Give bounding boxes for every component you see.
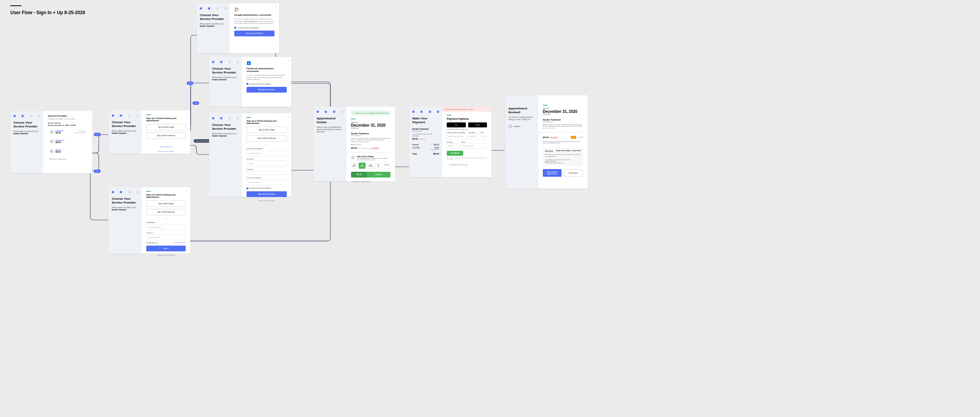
google-icon — [235, 8, 238, 11]
modify-link[interactable]: Modify your appointment — [48, 158, 88, 160]
screen-signin: 1234 Choose Your Service Provider Please… — [109, 187, 190, 254]
phone-input[interactable]: (555) 555-1234 — [461, 143, 487, 149]
avatar — [50, 149, 54, 153]
provider-row[interactable]: Paislee P.$54.00 Female, 343 years exper… — [48, 128, 88, 136]
signup-google-btn[interactable]: Sign Up With Google — [146, 124, 186, 130]
cc-input[interactable]: 1234 1234 1234 1234 — [447, 134, 467, 139]
password-input[interactable]: mypassword0123 — [247, 179, 287, 185]
close-icon[interactable]: × — [186, 113, 188, 115]
page-title-block: User Flow - Sign In + Up 8-25-2020 — [10, 5, 85, 15]
signup-email-link[interactable]: Sign Up With Email — [146, 146, 186, 148]
stepper: 1 2 3 4 — [13, 115, 40, 117]
badge-alt: 2:15 — [94, 169, 101, 173]
terms-checkbox[interactable]: I accept the terms and conditions. — [247, 187, 287, 189]
provider-row[interactable]: Rebecca T.$50.00 — [48, 138, 88, 145]
pay-btn[interactable]: Pay $58.00 — [447, 151, 463, 156]
lastname-input[interactable] — [247, 171, 287, 175]
badge-time: 2:15 — [94, 133, 101, 136]
close-icon[interactable]: × — [287, 59, 289, 62]
tip-custom[interactable]: Custom — [383, 163, 390, 169]
tip-15[interactable]: 15%$8.10 — [351, 163, 358, 169]
avatar — [50, 140, 54, 143]
close-icon[interactable]: × — [88, 113, 90, 116]
page-title: User Flow - Sign In + Up 8-25-2020 — [10, 10, 85, 15]
forgot-link[interactable]: Forgot Password? — [174, 242, 186, 244]
continue-btn[interactable]: Sign Up and Continue — [247, 87, 287, 93]
signup-continue-btn[interactable]: Sign Up and Continue — [247, 191, 287, 197]
screen-payment: 1234 Make Your Payment Keratin Treatment… — [409, 107, 492, 177]
panel-title: Choose Your Service Provider — [13, 121, 40, 128]
signup-facebook-btn[interactable]: Sign Up With Facebook — [146, 132, 186, 139]
google-pay-btn[interactable]: G Pay — [468, 122, 487, 127]
modify-link[interactable]: Modify your appointment — [351, 181, 390, 182]
providers-header: Service Providers — [48, 115, 88, 117]
continue-btn[interactable]: Sign Up and Continue — [234, 31, 274, 36]
screen-google-auth: 1234 Choose Your Service Provider Please… — [197, 3, 279, 53]
facebook-icon: f — [247, 61, 251, 65]
my-account-btn[interactable]: My Account — [564, 169, 583, 177]
screen-booked: Appointment Booked! You're all set. Look… — [505, 95, 588, 189]
salon-info: MANE Emali's Mane Studio – Lincoln Park … — [543, 148, 583, 166]
close-icon[interactable]: × — [186, 189, 188, 192]
book-another-btn[interactable]: Book Another Appointment — [543, 169, 562, 177]
title-accent — [10, 5, 21, 6]
screen-appt-details: 1234 Appointment Details Please review y… — [314, 107, 395, 181]
cvc-input[interactable]: 567 — [480, 134, 487, 139]
checkout-btn[interactable]: Checkout — [367, 172, 390, 178]
remember-checkbox[interactable]: ☑ Remember me — [146, 242, 158, 244]
tip-25[interactable]: 25%$13.50 — [367, 163, 374, 169]
signin-google-btn[interactable]: Sign In With Google — [146, 200, 186, 207]
signin-facebook-btn[interactable]: Sign In With Facebook — [146, 209, 186, 215]
tip-20[interactable]: 20%$10.80 — [359, 163, 366, 169]
panel-sub: Please select a provider for your Kerati… — [13, 130, 40, 135]
banner-warning: ⚠ Book your appointment before it's gone… — [442, 107, 492, 112]
email-input[interactable]: sandra@email.com — [146, 224, 186, 230]
badge-fb: 223 — [193, 101, 199, 105]
screen-signup-hub: 1234 Choose Your Service Provider Please… — [109, 111, 190, 154]
avatar — [50, 130, 54, 134]
provider-row[interactable]: Mark D.$60.00 — [48, 147, 88, 155]
screen-fb-auth: 1234 Choose Your Service Provider Please… — [209, 57, 291, 107]
badge-google: 220 — [187, 81, 193, 85]
apple-pay-btn[interactable]: Pay — [447, 122, 466, 127]
zip-input[interactable]: 60622 — [447, 143, 460, 149]
exp-input[interactable]: MM / YY — [469, 134, 479, 139]
close-icon[interactable]: × — [275, 6, 277, 8]
signup-google-btn[interactable]: Sign Up With Google — [247, 127, 287, 133]
firstname-input[interactable]: Sandra — [247, 161, 287, 166]
view-summary-link[interactable]: View Appointment Summary — [447, 164, 487, 166]
badge-reveal: Reveal Email Form — [194, 139, 211, 143]
banner-signedin: ✓ Sandra, you are now signed in and read… — [351, 111, 390, 116]
screen-provider-list: 1 2 3 4 Choose Your Service Provider Ple… — [10, 111, 92, 173]
signup-facebook-btn[interactable]: Sign Up With Facebook — [247, 135, 287, 142]
password-input[interactable]: mypassword0123 — [146, 235, 186, 240]
close-icon[interactable]: × — [287, 116, 289, 118]
tip-none[interactable]: No tip — [375, 163, 382, 169]
avatar — [508, 125, 512, 129]
signin-btn[interactable]: Sign In — [146, 246, 186, 251]
terms-checkbox[interactable]: I accept the terms and conditions. — [234, 27, 274, 29]
avatar — [351, 156, 355, 160]
email-input[interactable]: sandra@email.com — [247, 150, 287, 156]
terms-checkbox[interactable]: I accept the terms and conditions. — [247, 83, 287, 85]
screen-email-signup: 1234 Choose Your Service Provider Please… — [209, 113, 291, 197]
tip-selector: 15%$8.10 20%$10.80 25%$13.50 No tip Cust… — [351, 163, 390, 169]
